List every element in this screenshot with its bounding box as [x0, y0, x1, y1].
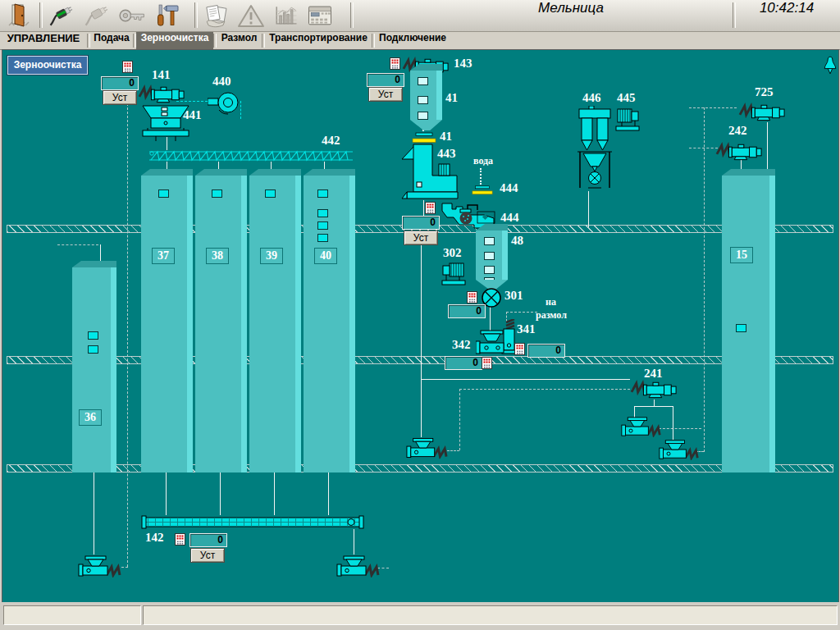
- silo-15: 15: [722, 176, 769, 472]
- level-indicator: [418, 77, 428, 85]
- equipment-label-242: 242: [728, 124, 747, 138]
- status-panel-left: [3, 605, 141, 625]
- level-indicator: [88, 345, 98, 354]
- silo-number: 15: [730, 247, 753, 263]
- connect-plug-icon[interactable]: [48, 2, 77, 29]
- tab-razmol[interactable]: Размол: [217, 32, 262, 49]
- setpoint-keypad-icon[interactable]: [482, 357, 492, 369]
- screw-lift-341-342[interactable]: [476, 319, 518, 357]
- flow-display-141[interactable]: 0: [101, 76, 139, 90]
- screw-feeder-241[interactable]: [630, 378, 678, 399]
- tab-transportirovanie[interactable]: Транспортирование: [265, 32, 372, 49]
- tab-podacha[interactable]: Подача: [90, 32, 133, 49]
- alarm-warning-icon[interactable]: [236, 2, 266, 29]
- flow-display-341[interactable]: 0: [527, 344, 565, 358]
- to-mill-label-1: на: [546, 296, 556, 308]
- set-button-143[interactable]: Уст: [368, 87, 403, 102]
- setpoint-keypad-icon[interactable]: [514, 343, 525, 355]
- silo-39: 39: [249, 176, 295, 472]
- dashed-line: [127, 103, 128, 567]
- water-label: вода: [473, 155, 493, 167]
- silo-number: 39: [260, 248, 283, 264]
- silo-number: 36: [79, 409, 102, 426]
- silo-side: [295, 176, 301, 472]
- tab-upravlenie[interactable]: УПРАВЛЕНИЕ: [0, 32, 87, 49]
- slide-valve-41[interactable]: [412, 132, 436, 144]
- process-line: [673, 406, 673, 440]
- level-indicator: [484, 266, 495, 274]
- service-tools-icon[interactable]: [153, 2, 182, 29]
- equipment-label-446: 446: [582, 91, 601, 105]
- bin-side: [502, 231, 508, 280]
- screen-tag: Зерноочистка: [7, 56, 88, 75]
- level-indicator: [736, 324, 746, 332]
- level-indicator: [317, 209, 328, 217]
- hopper-feeder[interactable]: [406, 436, 449, 459]
- process-line: [354, 529, 354, 555]
- belt-conveyor-142[interactable]: [141, 515, 364, 529]
- dashed-line: [689, 107, 737, 108]
- floor-line: [7, 464, 833, 472]
- screw-feeder-242[interactable]: [715, 140, 763, 162]
- equipment-label-301: 301: [504, 289, 523, 303]
- process-line: [94, 472, 94, 555]
- process-line: [166, 472, 167, 515]
- level-indicator: [265, 189, 276, 198]
- blower-302[interactable]: [440, 262, 468, 286]
- flow-display-342[interactable]: 0: [445, 356, 482, 370]
- equipment-label-725: 725: [755, 85, 774, 99]
- equipment-label-41-bin: 41: [445, 91, 458, 105]
- mimic-canvas: 36 37 38 39 40 15 Зерноочистка 0 У: [2, 49, 839, 603]
- hopper-feeder[interactable]: [658, 439, 701, 460]
- flow-display-444[interactable]: 0: [402, 216, 440, 230]
- silo-roof: [72, 261, 116, 267]
- equipment-label-442: 442: [322, 134, 340, 148]
- flow-display-143[interactable]: 0: [367, 73, 404, 87]
- dashed-line: [459, 389, 460, 450]
- alarm-bell-icon[interactable]: [823, 55, 838, 76]
- screw-feeder-725[interactable]: [738, 101, 786, 122]
- setpoint-keypad-icon[interactable]: [122, 61, 133, 73]
- tab-zernoochistka[interactable]: Зерноочистка: [136, 32, 213, 49]
- cyclone-filter-446[interactable]: [578, 106, 612, 191]
- silo-side: [111, 267, 116, 472]
- level-indicator: [484, 252, 495, 260]
- access-key-icon[interactable]: [117, 2, 147, 29]
- equipment-label-440: 440: [212, 75, 231, 89]
- setpoint-keypad-icon[interactable]: [425, 202, 436, 214]
- bin-41-hopper: [410, 120, 442, 130]
- equipment-label-445: 445: [617, 91, 636, 105]
- setpoint-keypad-icon[interactable]: [467, 291, 477, 304]
- blower-445[interactable]: [614, 107, 641, 132]
- disconnect-plug-icon[interactable]: [83, 2, 112, 29]
- setpoint-keypad-icon[interactable]: [390, 57, 400, 70]
- aspiration-fan-440[interactable]: [208, 89, 240, 116]
- separator-441[interactable]: [139, 105, 192, 143]
- status-bar: [0, 602, 840, 630]
- trends-chart-icon[interactable]: [271, 2, 300, 29]
- equipment-label-444-valve: 444: [500, 181, 518, 195]
- silo-40: 40: [304, 176, 349, 472]
- set-button-141[interactable]: Уст: [103, 90, 137, 105]
- flow-display-142[interactable]: 0: [189, 533, 227, 547]
- silo-number: 37: [152, 248, 175, 264]
- set-button-142[interactable]: Уст: [190, 548, 225, 563]
- dashed-line: [704, 107, 705, 452]
- operator-panel-icon[interactable]: [305, 2, 335, 29]
- exit-door-icon[interactable]: [5, 2, 34, 29]
- screw-feeder-141[interactable]: [138, 83, 185, 104]
- bin-side: [436, 71, 442, 120]
- screw-conveyor-442[interactable]: [148, 150, 354, 162]
- flow-display-301[interactable]: 0: [448, 304, 486, 318]
- tab-podkljuchenie[interactable]: Подключение: [375, 32, 450, 49]
- hopper-feeder[interactable]: [336, 555, 381, 578]
- hopper-feeder[interactable]: [620, 416, 663, 437]
- set-button-444[interactable]: Уст: [404, 231, 438, 245]
- hopper-feeder[interactable]: [78, 555, 122, 578]
- report-log-icon[interactable]: [201, 2, 231, 29]
- status-panel-right: [143, 605, 838, 625]
- bin-41: [410, 71, 436, 120]
- top-toolbar: Мельница 10:42:14: [0, 0, 840, 32]
- setpoint-keypad-icon[interactable]: [175, 533, 185, 546]
- water-valve-444[interactable]: [472, 185, 493, 196]
